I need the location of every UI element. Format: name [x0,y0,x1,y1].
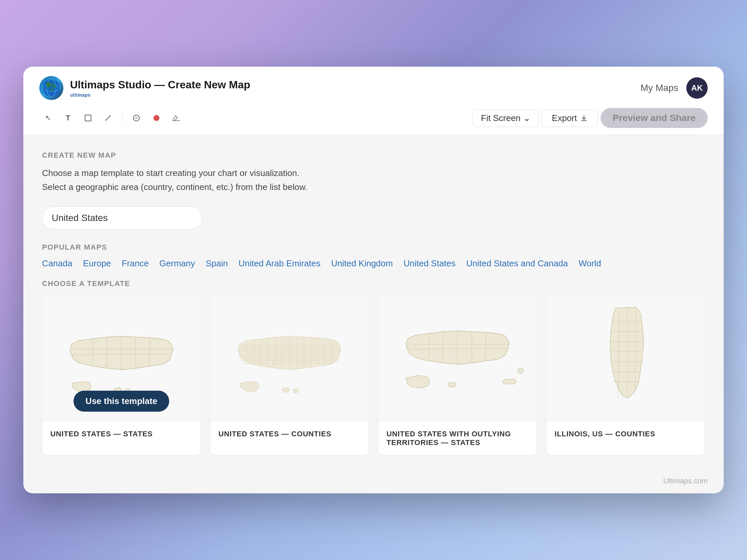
titlebar-top: Ultimaps Studio — Create New Map ultimap… [40,76,707,100]
illinois-map-svg [555,301,697,415]
template-map-area-illinois [547,295,705,422]
app-window: Ultimaps Studio — Create New Map ultimap… [23,67,724,493]
popular-maps-section: POPULAR MAPS Canada Europe France German… [42,243,705,269]
template-card-us-counties[interactable]: UNITED STATES — COUNTIES [210,295,369,455]
us-outlying-map-svg [387,301,529,415]
app-title: Ultimaps Studio — Create New Map [70,79,251,91]
circle-filled-tool-icon[interactable] [148,109,165,127]
popular-map-world[interactable]: World [578,258,601,269]
my-maps-link[interactable]: My Maps [640,83,678,93]
circle-filled-svg [152,114,160,122]
export-label: Export [552,113,577,123]
template-card-illinois[interactable]: ILLINOIS, US — COUNTIES [546,295,705,455]
preview-share-button[interactable]: Preview and Share [600,108,707,128]
header-right: My Maps AK [640,77,707,99]
avatar[interactable]: AK [686,77,707,99]
logo-area: Ultimaps Studio — Create New Map ultimap… [40,76,251,100]
popular-map-us[interactable]: United States [404,258,456,269]
template-map-area-us-states: Use this template [42,295,200,422]
choose-template-label: CHOOSE A TEMPLATE [42,279,705,288]
description: Choose a map template to start creating … [42,166,705,194]
fit-screen-button[interactable]: Fit Screen ⌄ [472,109,539,127]
create-new-map-label: CREATE NEW MAP [42,151,705,160]
line-tool-icon[interactable] [99,109,117,127]
svg-marker-11 [173,116,177,121]
chevron-down-icon: ⌄ [523,113,531,123]
template-map-area-us-outlying [379,295,537,422]
popular-map-us-canada[interactable]: United States and Canada [466,258,568,269]
toolbar-separator-1 [122,112,122,124]
svg-line-7 [105,115,111,121]
line-icon-svg [104,114,112,122]
download-icon [580,114,588,122]
template-map-area-us-counties [210,295,368,422]
description-line-2: Select a geographic area (country, conti… [42,180,705,194]
svg-rect-6 [85,115,91,121]
eraser-tool-icon[interactable] [168,109,185,127]
fit-screen-label: Fit Screen [481,113,520,123]
template-card-us-outlying[interactable]: UNITED STATES WITH OUTLYING TERRITORIES … [378,295,537,455]
toolbar: ↖ T Fit Screen ⌄ Exp [40,108,707,135]
rect-icon-svg [84,114,92,122]
rect-tool-icon[interactable] [79,109,97,127]
svg-point-0 [43,79,60,97]
template-label-us-counties: UNITED STATES — COUNTIES [210,422,368,446]
popular-map-canada[interactable]: Canada [42,258,72,269]
titlebar: Ultimaps Studio — Create New Map ultimap… [23,67,724,135]
popular-map-europe[interactable]: Europe [83,258,111,269]
search-input[interactable] [42,206,202,230]
use-template-button-1[interactable]: Use this template [73,391,169,412]
template-label-us-states: UNITED STATES — STATES [42,422,200,446]
svg-point-4 [52,84,56,88]
text-tool-icon[interactable]: T [59,109,77,127]
popular-map-france[interactable]: France [122,258,149,269]
template-label-us-outlying: UNITED STATES WITH OUTLYING TERRITORIES … [379,422,537,455]
popular-map-uk[interactable]: United Kingdom [331,258,393,269]
select-tool-icon[interactable]: ↖ [40,109,57,127]
export-button[interactable]: Export [542,109,598,127]
circle-outline-svg [132,114,140,122]
logo-text-area: Ultimaps Studio — Create New Map ultimap… [70,79,251,98]
circle-outline-tool-icon[interactable] [128,109,145,127]
svg-point-8 [133,115,139,121]
popular-map-spain[interactable]: Spain [206,258,228,269]
popular-maps-label: POPULAR MAPS [42,243,705,252]
svg-point-5 [50,88,54,92]
popular-maps-links: Canada Europe France Germany Spain Unite… [42,258,705,269]
description-line-1: Choose a map template to start creating … [42,166,705,180]
templates-section: CHOOSE A TEMPLATE [42,279,705,455]
svg-point-10 [153,115,159,121]
us-counties-map-svg [218,301,361,415]
template-label-illinois: ILLINOIS, US — COUNTIES [547,422,705,446]
popular-map-uae[interactable]: United Arab Emirates [238,258,320,269]
popular-map-germany[interactable]: Germany [159,258,195,269]
main-content: CREATE NEW MAP Choose a map template to … [23,135,724,471]
templates-grid: Use this template UNITED STATES — STATES [42,295,705,455]
logo-text: ultimaps [70,92,251,98]
template-card-us-states[interactable]: Use this template UNITED STATES — STATES [42,295,201,455]
footer: Ultimaps.com [23,471,724,494]
eraser-svg [173,114,180,122]
svg-point-9 [135,117,137,119]
svg-point-3 [46,82,51,87]
logo-globe-icon [40,76,63,100]
globe-svg [42,79,61,97]
